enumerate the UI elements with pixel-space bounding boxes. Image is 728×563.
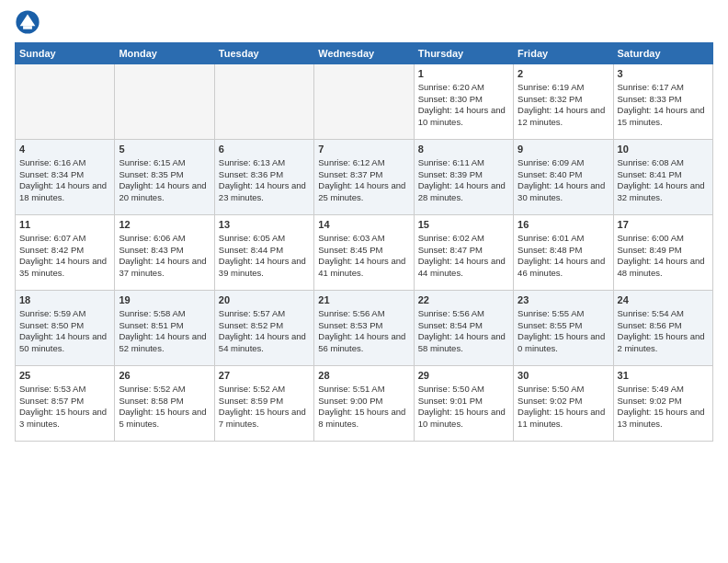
daylight-text: Daylight: 14 hours and 52 minutes. (119, 331, 206, 353)
daylight-text: Daylight: 15 hours and 8 minutes. (318, 407, 405, 429)
calendar-cell (16, 64, 115, 140)
day-number: 29 (418, 369, 509, 383)
calendar-cell: 17Sunrise: 6:00 AMSunset: 8:49 PMDayligh… (613, 215, 712, 291)
sunset-text: Sunset: 8:30 PM (418, 94, 483, 104)
sunrise-text: Sunrise: 5:55 AM (518, 308, 584, 318)
calendar-cell: 1Sunrise: 6:20 AMSunset: 8:30 PMDaylight… (414, 64, 513, 140)
calendar-cell: 28Sunrise: 5:51 AMSunset: 9:00 PMDayligh… (314, 366, 414, 442)
day-number: 8 (418, 143, 509, 156)
sunset-text: Sunset: 8:37 PM (318, 169, 382, 179)
sunset-text: Sunset: 9:00 PM (318, 396, 382, 406)
sunset-text: Sunset: 8:59 PM (219, 396, 283, 406)
sunrise-text: Sunrise: 6:12 AM (318, 157, 384, 167)
calendar-cell: 7Sunrise: 6:12 AMSunset: 8:37 PMDaylight… (314, 140, 414, 215)
sunset-text: Sunset: 9:01 PM (418, 396, 483, 406)
daylight-text: Daylight: 14 hours and 10 minutes. (418, 105, 506, 127)
day-number: 26 (119, 369, 210, 383)
sunrise-text: Sunrise: 6:05 AM (219, 233, 285, 243)
sunset-text: Sunset: 8:41 PM (618, 169, 682, 179)
calendar-table: SundayMondayTuesdayWednesdayThursdayFrid… (15, 42, 713, 442)
day-header-monday: Monday (115, 43, 214, 64)
sunset-text: Sunset: 8:43 PM (119, 245, 183, 255)
sunrise-text: Sunrise: 6:06 AM (119, 233, 185, 243)
day-number: 21 (318, 293, 409, 307)
day-number: 5 (119, 143, 210, 156)
day-number: 16 (518, 218, 609, 232)
day-number: 20 (219, 293, 310, 307)
sunrise-text: Sunrise: 5:57 AM (219, 308, 285, 318)
calendar-cell: 12Sunrise: 6:06 AMSunset: 8:43 PMDayligh… (115, 215, 214, 291)
sunset-text: Sunset: 8:50 PM (19, 320, 84, 330)
day-number: 11 (19, 218, 110, 232)
sunset-text: Sunset: 8:32 PM (518, 94, 582, 104)
day-number: 10 (618, 143, 709, 156)
sunset-text: Sunset: 8:57 PM (19, 396, 84, 406)
calendar-body: 1Sunrise: 6:20 AMSunset: 8:30 PMDaylight… (16, 64, 713, 442)
day-number: 13 (219, 218, 310, 232)
daylight-text: Daylight: 14 hours and 32 minutes. (618, 180, 705, 202)
sunrise-text: Sunrise: 6:03 AM (318, 233, 384, 243)
daylight-text: Daylight: 15 hours and 13 minutes. (618, 407, 705, 429)
day-number: 7 (318, 143, 409, 156)
sunset-text: Sunset: 8:49 PM (618, 245, 682, 255)
sunrise-text: Sunrise: 6:13 AM (219, 157, 285, 167)
day-number: 2 (518, 67, 609, 81)
week-row: 18Sunrise: 5:59 AMSunset: 8:50 PMDayligh… (16, 291, 713, 366)
sunrise-text: Sunrise: 6:19 AM (518, 82, 584, 92)
day-number: 1 (418, 67, 509, 81)
week-row: 11Sunrise: 6:07 AMSunset: 8:42 PMDayligh… (16, 215, 713, 291)
sunrise-text: Sunrise: 5:56 AM (318, 308, 384, 318)
calendar-cell (214, 64, 313, 140)
logo (15, 9, 44, 35)
sunset-text: Sunset: 8:44 PM (219, 245, 283, 255)
day-number: 14 (318, 218, 409, 232)
calendar-cell: 30Sunrise: 5:50 AMSunset: 9:02 PMDayligh… (514, 366, 613, 442)
sunset-text: Sunset: 8:53 PM (318, 320, 382, 330)
sunrise-text: Sunrise: 6:20 AM (418, 82, 484, 92)
sunset-text: Sunset: 8:48 PM (518, 245, 582, 255)
day-number: 27 (219, 369, 310, 383)
week-row: 1Sunrise: 6:20 AMSunset: 8:30 PMDaylight… (16, 64, 713, 140)
header-row: SundayMondayTuesdayWednesdayThursdayFrid… (16, 43, 713, 64)
calendar-cell: 29Sunrise: 5:50 AMSunset: 9:01 PMDayligh… (414, 366, 513, 442)
daylight-text: Daylight: 14 hours and 39 minutes. (219, 256, 306, 278)
day-number: 19 (119, 293, 210, 307)
sunset-text: Sunset: 8:52 PM (219, 320, 283, 330)
daylight-text: Daylight: 15 hours and 7 minutes. (219, 407, 306, 429)
daylight-text: Daylight: 15 hours and 0 minutes. (518, 331, 605, 353)
daylight-text: Daylight: 14 hours and 54 minutes. (219, 331, 306, 353)
sunset-text: Sunset: 8:51 PM (119, 320, 183, 330)
calendar-cell: 24Sunrise: 5:54 AMSunset: 8:56 PMDayligh… (613, 291, 712, 366)
sunset-text: Sunset: 8:45 PM (318, 245, 382, 255)
daylight-text: Daylight: 14 hours and 15 minutes. (618, 105, 705, 127)
page-header (15, 9, 713, 35)
day-header-tuesday: Tuesday (214, 43, 313, 64)
calendar-cell: 14Sunrise: 6:03 AMSunset: 8:45 PMDayligh… (314, 215, 414, 291)
calendar-header: SundayMondayTuesdayWednesdayThursdayFrid… (16, 43, 713, 64)
calendar-cell: 6Sunrise: 6:13 AMSunset: 8:36 PMDaylight… (214, 140, 313, 215)
daylight-text: Daylight: 14 hours and 25 minutes. (318, 180, 405, 202)
calendar-cell: 4Sunrise: 6:16 AMSunset: 8:34 PMDaylight… (16, 140, 115, 215)
sunrise-text: Sunrise: 5:52 AM (219, 384, 285, 394)
sunrise-text: Sunrise: 6:15 AM (119, 157, 185, 167)
calendar-cell: 10Sunrise: 6:08 AMSunset: 8:41 PMDayligh… (613, 140, 712, 215)
svg-rect-2 (23, 26, 32, 29)
sunset-text: Sunset: 8:36 PM (219, 169, 283, 179)
daylight-text: Daylight: 14 hours and 28 minutes. (418, 180, 506, 202)
day-number: 3 (618, 67, 709, 81)
sunset-text: Sunset: 8:56 PM (618, 320, 682, 330)
calendar-cell (314, 64, 414, 140)
sunrise-text: Sunrise: 6:16 AM (19, 157, 85, 167)
sunrise-text: Sunrise: 5:58 AM (119, 308, 185, 318)
sunset-text: Sunset: 8:39 PM (418, 169, 483, 179)
day-header-thursday: Thursday (414, 43, 513, 64)
day-number: 25 (19, 369, 110, 383)
calendar-cell: 18Sunrise: 5:59 AMSunset: 8:50 PMDayligh… (16, 291, 115, 366)
week-row: 25Sunrise: 5:53 AMSunset: 8:57 PMDayligh… (16, 366, 713, 442)
daylight-text: Daylight: 14 hours and 56 minutes. (318, 331, 405, 353)
day-number: 6 (219, 143, 310, 156)
sunrise-text: Sunrise: 5:50 AM (518, 384, 584, 394)
daylight-text: Daylight: 14 hours and 30 minutes. (518, 180, 605, 202)
calendar-cell: 13Sunrise: 6:05 AMSunset: 8:44 PMDayligh… (214, 215, 313, 291)
day-header-saturday: Saturday (613, 43, 712, 64)
